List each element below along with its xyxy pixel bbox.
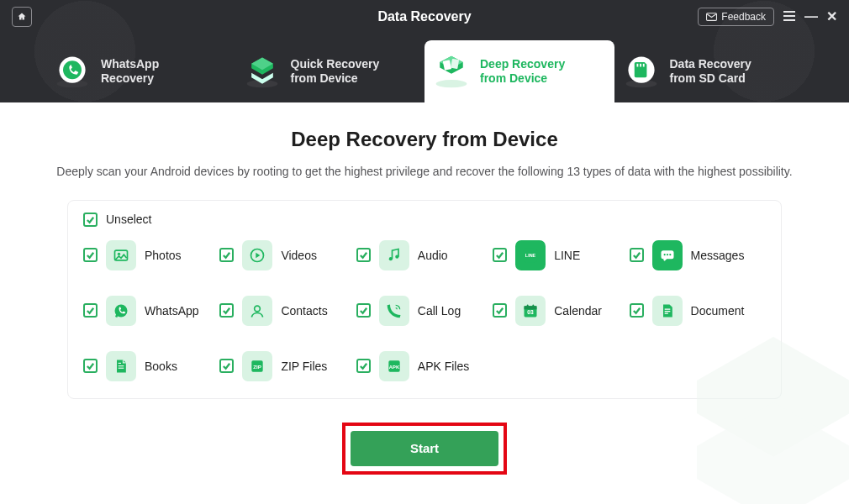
svg-point-26 xyxy=(669,254,671,255)
svg-rect-33 xyxy=(533,304,535,307)
start-wrap: Start xyxy=(0,423,849,475)
svg-rect-15 xyxy=(642,64,644,67)
message-icon xyxy=(652,240,683,270)
close-button[interactable]: ✕ xyxy=(826,10,837,24)
item-checkbox[interactable] xyxy=(219,303,234,318)
unselect-checkbox[interactable] xyxy=(83,213,98,227)
page-subtitle: Deeply scan your Android devices by root… xyxy=(0,163,849,181)
mode-tabs: WhatsApp Recovery Quick Recovery from De… xyxy=(0,34,849,102)
start-button[interactable]: Start xyxy=(351,431,498,466)
item-checkbox[interactable] xyxy=(356,303,371,318)
whatsapp-tab-icon xyxy=(54,53,91,90)
svg-rect-39 xyxy=(119,367,124,368)
deep-tab-icon xyxy=(433,53,470,90)
svg-point-20 xyxy=(395,255,398,258)
item-checkbox[interactable] xyxy=(493,303,507,318)
tab-label-1: Quick Recovery xyxy=(291,57,380,72)
minimize-button[interactable]: — xyxy=(804,10,818,24)
svg-point-6 xyxy=(63,60,82,79)
menu-icon[interactable] xyxy=(783,10,796,24)
item-checkbox[interactable] xyxy=(630,248,644,262)
datatype-item-calllog: Call Log xyxy=(356,296,493,326)
window-controls: Feedback — ✕ xyxy=(698,8,837,26)
datatype-item-video: Videos xyxy=(219,240,356,270)
svg-rect-32 xyxy=(527,304,529,307)
svg-rect-37 xyxy=(119,363,121,364)
item-label: Contacts xyxy=(281,304,327,318)
datatype-item-zip: ZIPZIP Files xyxy=(219,351,356,381)
item-label: ZIP Files xyxy=(281,360,327,373)
unselect-label: Unselect xyxy=(106,213,151,226)
item-checkbox[interactable] xyxy=(83,359,98,373)
svg-point-24 xyxy=(663,254,665,255)
calendar-icon: 03 xyxy=(515,296,546,326)
item-label: Videos xyxy=(281,249,317,262)
item-checkbox[interactable] xyxy=(493,248,507,262)
data-types-panel: Unselect PhotosVideosAudioLINELINEMessag… xyxy=(67,200,782,399)
item-checkbox[interactable] xyxy=(630,303,644,318)
item-checkbox[interactable] xyxy=(219,248,234,262)
svg-text:03: 03 xyxy=(527,309,534,315)
title-bar: Data Recovery Feedback — ✕ xyxy=(0,0,849,34)
datatype-item-audio: Audio xyxy=(356,240,493,270)
datatype-item-message: Messages xyxy=(630,240,766,270)
tab-label-2: from Device xyxy=(291,71,380,87)
item-label: Messages xyxy=(691,249,745,262)
page-title: Deep Recovery from Device xyxy=(0,128,849,151)
svg-point-25 xyxy=(667,254,668,255)
main-content: Deep Recovery from Device Deeply scan yo… xyxy=(0,102,849,475)
whatsapp-icon xyxy=(106,296,136,326)
calllog-icon xyxy=(379,296,409,326)
photo-icon xyxy=(106,240,136,270)
datatype-item-whatsapp: WhatsApp xyxy=(83,296,219,326)
item-label: Photos xyxy=(145,249,182,262)
item-checkbox[interactable] xyxy=(83,248,98,262)
item-checkbox[interactable] xyxy=(83,303,98,318)
feedback-button[interactable]: Feedback xyxy=(698,8,774,26)
datatype-item-apk: APKAPK Files xyxy=(356,351,493,381)
item-label: Calendar xyxy=(554,304,602,318)
tab-label-2: from Device xyxy=(480,71,565,87)
datatype-item-document: Document xyxy=(630,296,766,326)
unselect-row: Unselect xyxy=(83,213,766,227)
item-checkbox[interactable] xyxy=(356,359,371,373)
svg-text:LINE: LINE xyxy=(525,252,536,257)
svg-text:APK: APK xyxy=(389,364,400,369)
item-checkbox[interactable] xyxy=(219,359,234,373)
app-title: Data Recovery xyxy=(377,9,471,24)
start-highlight: Start xyxy=(342,423,507,475)
svg-rect-34 xyxy=(664,308,670,309)
svg-point-8 xyxy=(436,80,467,87)
item-label: WhatsApp xyxy=(145,304,199,318)
tab-label-2: from SD Card xyxy=(670,71,751,87)
tab-whatsapp-recovery[interactable]: WhatsApp Recovery xyxy=(45,40,235,102)
tab-label-1: Data Recovery xyxy=(670,57,751,72)
item-label: Call Log xyxy=(418,304,461,318)
tab-sd-recovery[interactable]: Data Recovery from SD Card xyxy=(614,40,804,102)
svg-rect-38 xyxy=(119,365,124,366)
datatype-item-books: Books xyxy=(83,351,219,381)
svg-rect-13 xyxy=(636,64,638,67)
datatype-item-contacts: Contacts xyxy=(219,296,356,326)
document-icon xyxy=(652,296,683,326)
item-label: Document xyxy=(691,304,745,318)
svg-rect-36 xyxy=(664,312,667,313)
audio-icon xyxy=(379,240,409,270)
datatype-item-calendar: 03Calendar xyxy=(493,296,629,326)
app-header: Data Recovery Feedback — ✕ WhatsApp Reco… xyxy=(0,0,849,102)
sd-tab-icon xyxy=(623,53,660,90)
item-checkbox[interactable] xyxy=(356,248,371,262)
quick-tab-icon xyxy=(244,53,281,90)
tab-quick-recovery[interactable]: Quick Recovery from Device xyxy=(235,40,425,102)
items-grid: PhotosVideosAudioLINELINEMessagesWhatsAp… xyxy=(83,240,766,390)
item-label: APK Files xyxy=(418,360,469,373)
svg-point-28 xyxy=(255,306,261,312)
svg-text:ZIP: ZIP xyxy=(254,363,262,369)
home-button[interactable] xyxy=(12,7,32,27)
tab-label-1: Deep Recovery xyxy=(480,57,565,72)
zip-icon: ZIP xyxy=(242,351,272,381)
item-label: LINE xyxy=(554,249,580,262)
tab-deep-recovery[interactable]: Deep Recovery from Device xyxy=(424,40,614,102)
tab-label-2: Recovery xyxy=(101,71,159,87)
datatype-item-photo: Photos xyxy=(83,240,219,270)
